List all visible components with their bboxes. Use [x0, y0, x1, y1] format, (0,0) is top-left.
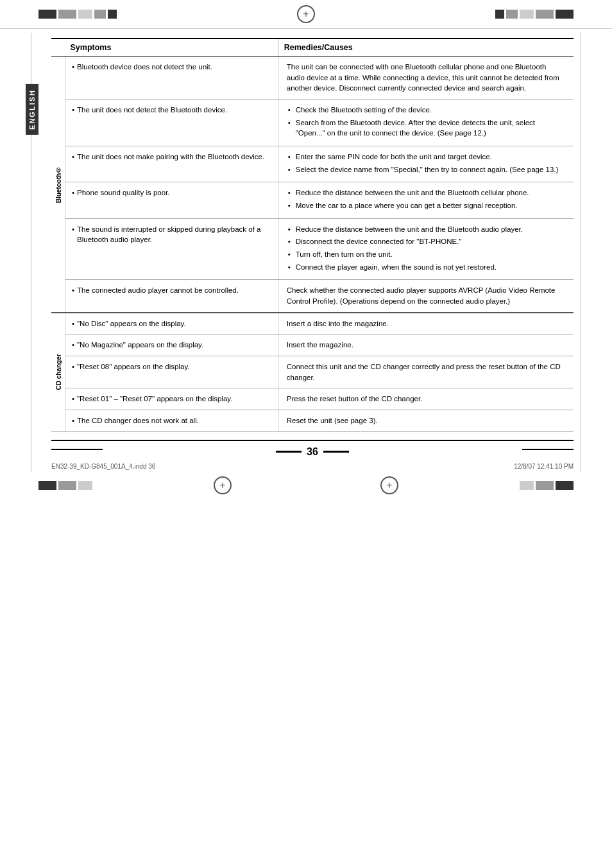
- remedy-cell: Enter the same PIN code for both the uni…: [278, 146, 574, 182]
- symptom-cell: •"No Disc" appears on the display.: [65, 313, 279, 334]
- remedy-list-item: Reduce the distance between the unit and…: [287, 224, 566, 235]
- remedy-text: Connect this unit and the CD changer cor…: [287, 361, 566, 383]
- symptom-text: The unit does not detect the Bluetooth d…: [77, 105, 227, 116]
- section-label-bluetooth: Bluetooth®: [51, 56, 65, 313]
- remedy-cell: Insert the magazine.: [278, 334, 574, 356]
- remedy-list: Reduce the distance between the unit and…: [287, 224, 566, 273]
- remedy-cell: The unit can be connected with one Bluet…: [278, 56, 574, 100]
- footer-filename: EN32-39_KD-G845_001A_4.indd 36: [51, 463, 155, 470]
- page-footer: 36: [51, 440, 574, 460]
- table-row: •The unit does not detect the Bluetooth …: [51, 100, 574, 146]
- bar-block: [520, 10, 534, 19]
- remedy-cell: Insert a disc into the magazine.: [278, 313, 574, 334]
- remedy-list: Check the Bluetooth setting of the devic…: [287, 105, 566, 139]
- remedy-text: The unit can be connected with one Bluet…: [287, 62, 566, 94]
- symptom-cell: •The CD changer does not work at all.: [65, 410, 279, 432]
- remedy-cell: Connect this unit and the CD changer cor…: [278, 356, 574, 388]
- remedy-list-item: Check the Bluetooth setting of the devic…: [287, 105, 566, 116]
- remedy-list-item: Move the car to a place where you can ge…: [287, 200, 566, 211]
- bar-block: [38, 481, 56, 490]
- remedy-list-item: Search from the Bluetooth device. After …: [287, 117, 566, 139]
- symptom-text: "No Magazine" appears on the display.: [77, 340, 203, 351]
- remedy-list-item: Connect the player again, when the sound…: [287, 262, 566, 273]
- remedy-list-item: Enter the same PIN code for both the uni…: [287, 152, 566, 162]
- footer-timestamp: 12/8/07 12:41:10 PM: [514, 463, 574, 470]
- page-number: 36: [307, 446, 318, 458]
- symptom-cell: •"Reset 01" – "Reset 07" appears on the …: [65, 388, 279, 410]
- table-row: •The sound is interrupted or skipped dur…: [51, 218, 574, 280]
- top-decorative-bar: [0, 0, 612, 29]
- symptom-text: "No Disc" appears on the display.: [77, 318, 186, 329]
- bar-block: [38, 10, 56, 19]
- bottom-crosshair-right-icon: [380, 476, 398, 494]
- table-row: Bluetooth®•Bluetooth device does not det…: [51, 56, 574, 100]
- remedy-text: Press the reset button of the CD changer…: [287, 394, 566, 404]
- remedy-list: Enter the same PIN code for both the uni…: [287, 152, 566, 175]
- bar-block: [556, 10, 574, 19]
- bottom-crosshair-left-icon: [214, 476, 232, 494]
- remedy-text: Check whether the connected audio player…: [287, 285, 566, 306]
- remedy-list: Reduce the distance between the unit and…: [287, 187, 566, 211]
- crosshair-icon: [297, 5, 315, 23]
- remedy-list-item: Turn off, then turn on the unit.: [287, 249, 566, 260]
- table-row: •The unit does not make pairing with the…: [51, 146, 574, 182]
- bar-block: [520, 481, 534, 490]
- remedy-cell: Reset the unit (see page 3).: [278, 410, 574, 432]
- remedy-list-item: Select the device name from "Special," t…: [287, 164, 566, 175]
- remedy-cell: Check whether the connected audio player…: [278, 280, 574, 313]
- table-row: CD changer•"No Disc" appears on the disp…: [51, 313, 574, 334]
- remedy-cell: Press the reset button of the CD changer…: [278, 388, 574, 410]
- symptoms-header: Symptoms: [65, 39, 279, 56]
- table-row: •"Reset 01" – "Reset 07" appears on the …: [51, 388, 574, 410]
- remedy-list-item: Reduce the distance between the unit and…: [287, 187, 566, 198]
- bar-block: [536, 481, 554, 490]
- bar-block: [58, 10, 76, 19]
- remedy-cell: Reduce the distance between the unit and…: [278, 218, 574, 280]
- symptom-cell: •The unit does not make pairing with the…: [65, 146, 279, 182]
- symptom-cell: •"No Magazine" appears on the display.: [65, 334, 279, 356]
- bar-block: [58, 481, 76, 490]
- remedy-text: Insert the magazine.: [287, 340, 566, 351]
- symptom-cell: •Bluetooth device does not detect the un…: [65, 56, 279, 100]
- symptom-text: Bluetooth device does not detect the uni…: [77, 62, 212, 73]
- bar-block: [506, 10, 518, 19]
- remedy-text: Reset the unit (see page 3).: [287, 415, 566, 426]
- remedy-cell: Check the Bluetooth setting of the devic…: [278, 100, 574, 146]
- symptom-text: The CD changer does not work at all.: [77, 415, 199, 426]
- symptom-cell: •The sound is interrupted or skipped dur…: [65, 218, 279, 280]
- table-row: •The connected audio player cannot be co…: [51, 280, 574, 313]
- remedy-list-item: Disconnect the device connected for "BT-…: [287, 236, 566, 247]
- symptom-cell: •The connected audio player cannot be co…: [65, 280, 279, 313]
- troubleshooting-table: Symptoms Remedies/Causes Bluetooth®•Blue…: [51, 38, 574, 432]
- section-label-cd_changer: CD changer: [51, 313, 65, 432]
- symptom-text: "Reset 08" appears on the display.: [77, 361, 189, 372]
- remedy-text: Insert a disc into the magazine.: [287, 318, 566, 329]
- bar-block: [78, 481, 92, 490]
- symptom-text: The connected audio player cannot be con…: [77, 285, 239, 296]
- language-label: ENGLISH: [26, 84, 38, 135]
- bar-block: [556, 481, 574, 490]
- right-margin-rule: [581, 33, 581, 473]
- table-row: •Phone sound quality is poor.Reduce the …: [51, 182, 574, 218]
- bar-block: [108, 10, 117, 19]
- bottom-decorative-bar: [0, 473, 612, 501]
- table-row: •"Reset 08" appears on the display.Conne…: [51, 356, 574, 388]
- bar-block: [78, 10, 92, 19]
- symptom-text: "Reset 01" – "Reset 07" appears on the d…: [77, 394, 232, 404]
- main-content: Symptoms Remedies/Causes Bluetooth®•Blue…: [38, 33, 586, 473]
- table-row: •The CD changer does not work at all.Res…: [51, 410, 574, 432]
- remedies-header: Remedies/Causes: [278, 39, 574, 56]
- symptom-text: The unit does not make pairing with the …: [77, 152, 264, 162]
- table-header-row: Symptoms Remedies/Causes: [51, 39, 574, 56]
- bar-block: [94, 10, 106, 19]
- table-row: •"No Magazine" appears on the display.In…: [51, 334, 574, 356]
- page-container: ENGLISH Symptoms Remedies/Causes Bluetoo…: [0, 0, 612, 501]
- symptom-text: The sound is interrupted or skipped duri…: [77, 224, 272, 245]
- bar-block: [536, 10, 554, 19]
- symptom-cell: •Phone sound quality is poor.: [65, 182, 279, 218]
- symptom-text: Phone sound quality is poor.: [77, 187, 170, 198]
- symptom-cell: •The unit does not detect the Bluetooth …: [65, 100, 279, 146]
- bar-block: [495, 10, 504, 19]
- symptom-cell: •"Reset 08" appears on the display.: [65, 356, 279, 388]
- remedy-cell: Reduce the distance between the unit and…: [278, 182, 574, 218]
